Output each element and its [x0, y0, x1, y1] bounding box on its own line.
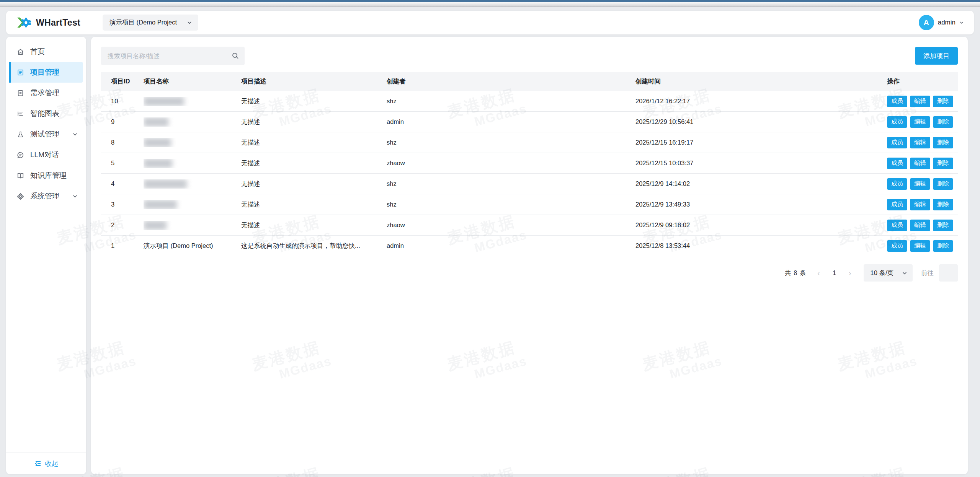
user-menu[interactable]: A admin [919, 15, 964, 30]
cell-project-desc: 无描述 [241, 97, 387, 106]
gear-icon [16, 192, 25, 201]
redacted-project-name [144, 97, 184, 106]
table-row: 9 无描述 admin 2025/12/29 10:56:41 成员编辑删除 [101, 112, 958, 132]
cell-created-time: 2025/12/9 13:49:33 [635, 201, 887, 208]
cell-creator: zhaow [387, 221, 635, 229]
cell-creator: admin [387, 242, 635, 249]
edit-button[interactable]: 编辑 [910, 158, 930, 169]
cell-actions: 成员编辑删除 [887, 178, 958, 190]
delete-button[interactable]: 删除 [933, 116, 953, 128]
sidebar-item-label: 需求管理 [30, 88, 59, 98]
members-button[interactable]: 成员 [887, 158, 907, 169]
edit-button[interactable]: 编辑 [910, 178, 930, 190]
edit-button[interactable]: 编辑 [910, 220, 930, 231]
delete-button[interactable]: 删除 [933, 240, 953, 252]
sidebar-item-7[interactable]: 知识库管理 [9, 165, 83, 186]
cell-project-name: 演示项目 (Demo Project) [144, 242, 241, 250]
requirement-icon [16, 89, 25, 98]
cell-actions: 成员编辑删除 [887, 137, 958, 148]
cell-creator: zhaow [387, 160, 635, 167]
column-header-id: 项目ID [101, 77, 144, 86]
chevron-down-icon [902, 270, 907, 276]
cell-project-name [144, 138, 241, 147]
cell-project-id: 9 [101, 118, 144, 125]
cell-created-time: 2025/12/9 14:14:02 [635, 180, 887, 187]
column-header-creator: 创建者 [387, 77, 635, 86]
table-body: 10 无描述 shz 2026/1/12 16:22:17 成员编辑删除 9 无… [101, 91, 958, 256]
project-selector[interactable]: 演示项目 (Demo Project [103, 15, 198, 31]
redacted-project-name [144, 221, 167, 230]
delete-button[interactable]: 删除 [933, 158, 953, 169]
sidebar-item-8[interactable]: 系统管理 [9, 186, 83, 207]
sidebar-item-1[interactable]: 首页 [9, 41, 83, 62]
cell-project-id: 4 [101, 180, 144, 187]
table-row: 1 演示项目 (Demo Project) 这是系统自动生成的演示项目，帮助您快… [101, 236, 958, 256]
column-header-actions: 操作 [887, 77, 958, 86]
members-button[interactable]: 成员 [887, 240, 907, 252]
sidebar-item-label: 首页 [30, 47, 45, 57]
sidebar-collapse-button[interactable]: 收起 [6, 452, 86, 474]
cell-actions: 成员编辑删除 [887, 220, 958, 231]
edit-button[interactable]: 编辑 [910, 96, 930, 107]
sidebar-item-5[interactable]: 测试管理 [9, 124, 83, 145]
sidebar-item-6[interactable]: LLM对话 [9, 145, 83, 165]
goto-label: 前往 [921, 269, 934, 277]
cell-created-time: 2026/1/12 16:22:17 [635, 98, 887, 105]
pagination-next-button[interactable]: › [843, 269, 857, 277]
brand-name: WHartTest [36, 18, 80, 28]
column-header-created: 创建时间 [635, 77, 887, 86]
sidebar-item-4[interactable]: 智能图表 [9, 103, 83, 124]
cell-project-desc: 无描述 [241, 200, 387, 209]
cell-creator: shz [387, 139, 635, 146]
delete-button[interactable]: 删除 [933, 137, 953, 148]
cell-creator: admin [387, 118, 635, 125]
edit-button[interactable]: 编辑 [910, 199, 930, 210]
sidebar-item-label: 系统管理 [30, 191, 59, 201]
members-button[interactable]: 成员 [887, 137, 907, 148]
delete-button[interactable]: 删除 [933, 178, 953, 190]
avatar[interactable]: A [919, 15, 934, 30]
sidebar-menu: 首页 项目管理 需求管理 智能图表 测试管理 LLM对话 知识库管理 系统管理 [6, 37, 86, 207]
pagination-prev-button[interactable]: ‹ [812, 269, 825, 277]
chevron-down-icon [72, 194, 78, 199]
cell-project-id: 5 [101, 160, 144, 167]
cell-actions: 成员编辑删除 [887, 96, 958, 107]
members-button[interactable]: 成员 [887, 178, 907, 190]
edit-button[interactable]: 编辑 [910, 116, 930, 128]
delete-button[interactable]: 删除 [933, 199, 953, 210]
cell-project-name [144, 179, 241, 189]
search-input[interactable] [101, 47, 245, 65]
page-size-select[interactable]: 10 条/页 [864, 264, 913, 282]
cell-created-time: 2025/12/15 10:03:37 [635, 160, 887, 167]
sidebar-item-label: 测试管理 [30, 129, 59, 139]
members-button[interactable]: 成员 [887, 220, 907, 231]
delete-button[interactable]: 删除 [933, 220, 953, 231]
sidebar-item-2[interactable]: 项目管理 [9, 62, 83, 83]
table-row: 8 无描述 shz 2025/12/15 16:19:17 成员编辑删除 [101, 132, 958, 153]
sidebar-item-label: LLM对话 [30, 150, 59, 160]
cell-project-id: 1 [101, 242, 144, 249]
pagination-page-1[interactable]: 1 [825, 269, 843, 277]
members-button[interactable]: 成员 [887, 199, 907, 210]
search-icon[interactable] [232, 52, 239, 60]
cell-created-time: 2025/12/9 09:18:02 [635, 221, 887, 229]
members-button[interactable]: 成员 [887, 96, 907, 107]
delete-button[interactable]: 删除 [933, 96, 953, 107]
edit-button[interactable]: 编辑 [910, 137, 930, 148]
redacted-project-name [144, 159, 172, 168]
cell-project-desc: 无描述 [241, 159, 387, 168]
window-chrome-strip [0, 2, 980, 7]
add-project-button[interactable]: 添加项目 [915, 47, 958, 65]
sidebar-item-3[interactable]: 需求管理 [9, 83, 83, 103]
sidebar-item-label: 项目管理 [30, 67, 59, 77]
cell-project-desc: 无描述 [241, 118, 387, 126]
redacted-project-name [144, 179, 187, 189]
cell-project-name [144, 221, 241, 230]
flask-icon [16, 130, 25, 139]
cell-actions: 成员编辑删除 [887, 158, 958, 169]
goto-page-input[interactable] [939, 264, 958, 282]
members-button[interactable]: 成员 [887, 116, 907, 128]
book-icon [16, 171, 25, 180]
collapse-icon [34, 460, 42, 467]
edit-button[interactable]: 编辑 [910, 240, 930, 252]
